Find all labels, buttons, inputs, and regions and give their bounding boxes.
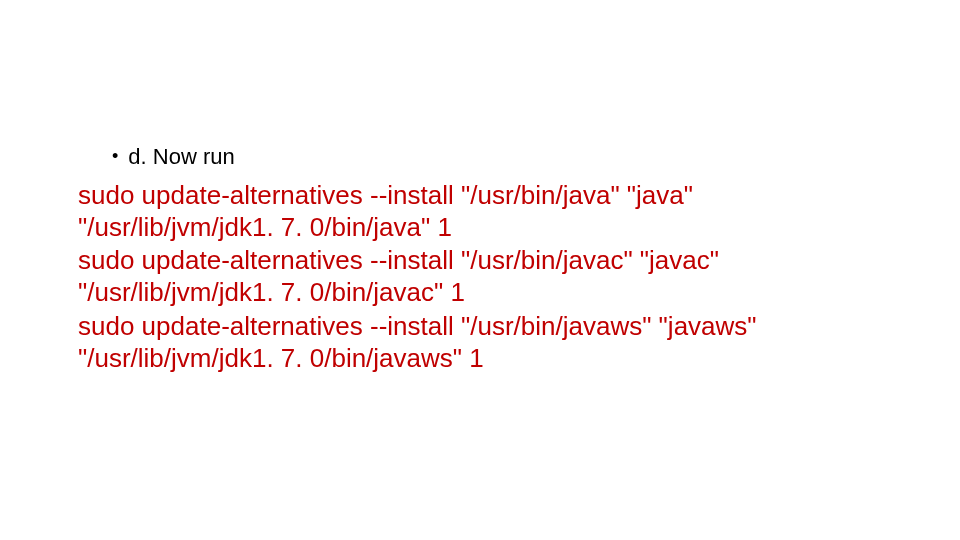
bullet-text: d. Now run xyxy=(128,144,234,169)
command-block: sudo update-alternatives --install "/usr… xyxy=(78,180,890,376)
command-line-2: sudo update-alternatives --install "/usr… xyxy=(78,245,890,308)
slide: •d. Now run sudo update-alternatives --i… xyxy=(0,0,960,540)
bullet-item: •d. Now run xyxy=(112,144,235,170)
command-line-3: sudo update-alternatives --install "/usr… xyxy=(78,311,890,374)
command-line-1: sudo update-alternatives --install "/usr… xyxy=(78,180,890,243)
bullet-dot-icon: • xyxy=(112,146,118,168)
